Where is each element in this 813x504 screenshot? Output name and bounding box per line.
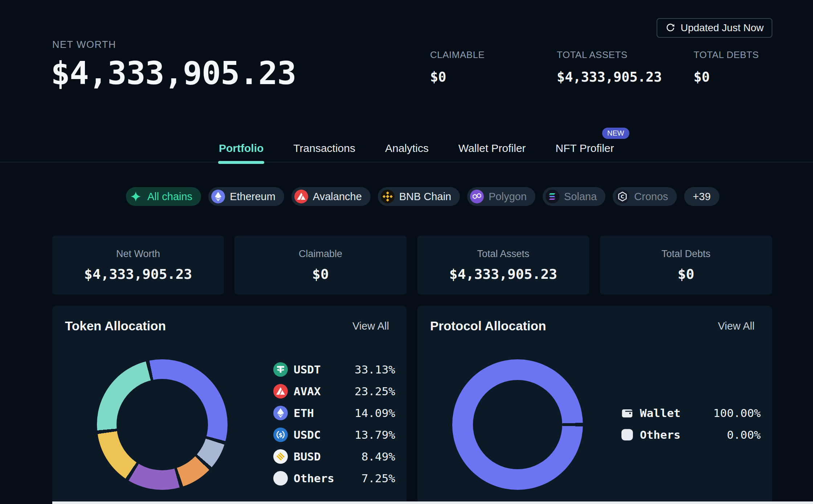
ethereum-icon	[211, 190, 225, 203]
chain-chip-polygon[interactable]: Polygon	[467, 187, 535, 206]
total-debts-label: TOTAL DEBTS	[694, 49, 759, 61]
total-assets-stat: TOTAL ASSETS $4,333,905.23	[557, 49, 662, 85]
token-label: Others	[294, 472, 334, 485]
claimable-stat: CLAIMABLE $0	[430, 49, 485, 85]
usdc-icon: $	[273, 427, 288, 442]
summary-label: Net Worth	[116, 248, 160, 260]
tab-portfolio[interactable]: Portfolio	[219, 142, 263, 163]
protocol-legend-row-wallet: Wallet 100.00%	[620, 402, 761, 424]
protocol-percent: 0.00%	[727, 428, 761, 441]
protocol-percent: 100.00%	[713, 406, 761, 420]
tab-wallet-profiler-label: Wallet Profiler	[458, 142, 526, 154]
token-allocation-card: Token Allocation View All USDT 33.13% AV…	[52, 306, 406, 504]
chain-chip-ethereum[interactable]: Ethereum	[208, 187, 284, 206]
chain-filter-bar: All chains Ethereum Avalanche	[126, 187, 719, 206]
wallet-icon	[620, 406, 634, 420]
tab-analytics[interactable]: Analytics	[385, 142, 429, 163]
total-assets-value: $4,333,905.23	[557, 69, 662, 85]
token-percent: 23.25%	[355, 385, 395, 398]
token-legend-row-others: Others 7.25%	[273, 467, 395, 489]
protocol-allocation-card: Protocol Allocation View All Wallet 100.…	[417, 306, 772, 504]
chain-chip-label: Avalanche	[313, 191, 362, 203]
token-label: ETH	[294, 406, 314, 420]
net-worth-label: NET WORTH	[52, 39, 116, 50]
protocol-legend-row-others: Others 0.00%	[620, 424, 761, 446]
svg-text:C: C	[621, 194, 624, 199]
bottom-edge-strip	[52, 501, 813, 504]
new-badge: NEW	[602, 128, 629, 139]
token-view-all-link[interactable]: View All	[352, 320, 389, 332]
protocol-view-all-link[interactable]: View All	[718, 320, 755, 332]
token-allocation-title: Token Allocation	[65, 319, 166, 333]
token-label: AVAX	[294, 385, 321, 398]
summary-value: $4,333,905.23	[84, 266, 192, 282]
tab-wallet-profiler[interactable]: Wallet Profiler	[458, 142, 526, 163]
summary-value: $0	[678, 266, 694, 282]
tab-nft-profiler[interactable]: NFT Profiler NEW	[556, 142, 614, 163]
chain-chip-solana[interactable]: Solana	[543, 187, 605, 206]
cronos-icon: C	[616, 190, 629, 203]
tab-analytics-label: Analytics	[385, 142, 429, 154]
token-label: USDT	[294, 363, 321, 376]
tab-nft-profiler-label: NFT Profiler	[556, 142, 614, 154]
chain-chip-bnb[interactable]: BNB Chain	[378, 187, 460, 206]
bnb-icon	[381, 190, 395, 203]
protocol-allocation-title: Protocol Allocation	[430, 319, 546, 333]
avax-icon	[273, 384, 288, 398]
token-percent: 8.49%	[361, 450, 395, 463]
chain-chip-more[interactable]: +39	[684, 187, 719, 206]
chain-chip-label: Ethereum	[230, 191, 275, 203]
others-token-icon	[273, 471, 288, 486]
chain-chip-label: Solana	[564, 191, 597, 203]
tab-transactions[interactable]: Transactions	[293, 142, 355, 163]
eth-icon	[273, 406, 288, 420]
sparkle-icon	[129, 190, 143, 203]
tab-bar: Portfolio Transactions Analytics Wallet …	[219, 142, 614, 163]
token-legend-row-usdt: USDT 33.13%	[273, 359, 395, 380]
solana-icon	[546, 190, 559, 203]
net-worth-value: $4,333,905.23	[51, 54, 296, 92]
summary-card-claimable: Claimable $0	[234, 236, 406, 294]
protocol-label: Wallet	[640, 406, 681, 420]
total-assets-label: TOTAL ASSETS	[557, 49, 662, 61]
protocol-label: Others	[640, 428, 681, 441]
token-percent: 14.09%	[355, 406, 395, 420]
chain-chip-more-label: +39	[693, 191, 711, 203]
chain-chip-cronos[interactable]: C Cronos	[613, 187, 677, 206]
chain-chip-all-chains[interactable]: All chains	[126, 187, 201, 206]
protocol-donut-hole	[473, 380, 562, 469]
summary-label: Total Debts	[661, 248, 710, 260]
token-label: BUSD	[294, 450, 321, 463]
token-percent: 7.25%	[361, 472, 395, 485]
chain-chip-avalanche[interactable]: Avalanche	[291, 187, 371, 206]
summary-card-total-debts: Total Debts $0	[600, 236, 772, 294]
summary-card-total-assets: Total Assets $4,333,905.23	[417, 236, 589, 294]
chain-chip-label: Cronos	[634, 191, 668, 203]
token-legend-row-usdc: $ USDC 13.79%	[273, 424, 395, 446]
total-debts-value: $0	[694, 69, 759, 85]
token-percent: 13.79%	[355, 428, 395, 441]
polygon-icon	[470, 190, 484, 203]
protocol-allocation-donut	[452, 359, 583, 490]
chain-chip-label: BNB Chain	[399, 191, 451, 203]
summary-value: $4,333,905.23	[449, 266, 557, 282]
tab-portfolio-label: Portfolio	[219, 142, 263, 154]
refresh-icon	[665, 23, 675, 33]
total-debts-stat: TOTAL DEBTS $0	[694, 49, 759, 85]
refresh-updated-button[interactable]: Updated Just Now	[657, 18, 772, 38]
chain-chip-label: All chains	[147, 191, 192, 203]
chain-chip-label: Polygon	[489, 191, 527, 203]
claimable-value: $0	[430, 69, 485, 85]
token-legend-row-busd: BUSD 8.49%	[273, 446, 395, 467]
updated-label: Updated Just Now	[681, 22, 764, 34]
token-percent: 33.13%	[355, 363, 395, 376]
busd-icon	[273, 449, 288, 464]
summary-label: Total Assets	[477, 248, 529, 260]
tab-transactions-label: Transactions	[293, 142, 355, 154]
summary-label: Claimable	[299, 248, 342, 260]
others-protocol-icon	[620, 428, 634, 442]
token-legend-row-avax: AVAX 23.25%	[273, 380, 395, 402]
avalanche-icon	[294, 190, 308, 203]
active-tab-underline	[218, 161, 264, 164]
usdt-icon	[273, 362, 288, 377]
